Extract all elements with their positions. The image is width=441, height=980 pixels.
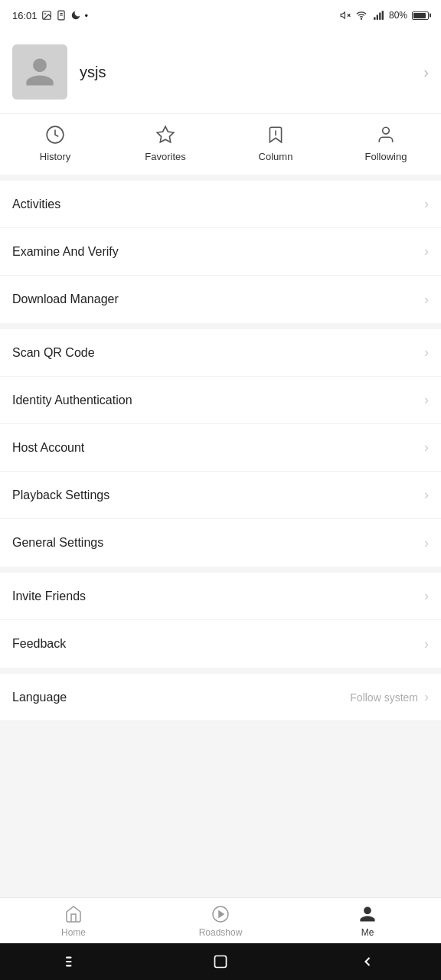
moon-icon bbox=[70, 10, 81, 21]
chevron-right-icon: › bbox=[424, 487, 429, 503]
signal-icon bbox=[372, 10, 384, 21]
chevron-right-icon: › bbox=[424, 243, 429, 260]
sim-icon bbox=[56, 10, 67, 21]
menu-download[interactable]: Download Manager › bbox=[0, 276, 441, 323]
status-time: 16:01 • bbox=[12, 10, 88, 21]
chevron-right-icon: › bbox=[424, 689, 429, 705]
nav-column-label: Column bbox=[259, 151, 293, 162]
chevron-right-icon: › bbox=[424, 196, 429, 212]
username: ysjs bbox=[80, 64, 423, 81]
android-menu-button[interactable] bbox=[58, 946, 89, 977]
me-icon bbox=[358, 904, 377, 924]
android-nav-bar bbox=[0, 943, 441, 980]
nav-history[interactable]: History bbox=[0, 123, 110, 162]
android-home-button[interactable] bbox=[205, 946, 236, 977]
bottom-nav-me-label: Me bbox=[361, 927, 374, 938]
svg-marker-18 bbox=[219, 911, 224, 917]
chevron-right-icon: › bbox=[424, 392, 429, 408]
nav-column[interactable]: Column bbox=[220, 123, 331, 162]
home-icon bbox=[64, 904, 83, 924]
menu-group-3: Invite Friends › Feedback › bbox=[0, 573, 441, 668]
chevron-right-icon: › bbox=[424, 439, 429, 456]
avatar bbox=[12, 44, 67, 100]
quick-nav: History Favorites Column Following bbox=[0, 114, 441, 181]
bottom-nav-home[interactable]: Home bbox=[0, 904, 147, 938]
chevron-right-icon: › bbox=[424, 535, 429, 551]
status-icons: 80% bbox=[340, 10, 429, 21]
menu-activities[interactable]: Activities › bbox=[0, 181, 441, 228]
mute-icon bbox=[340, 10, 351, 21]
language-right: Follow system › bbox=[350, 689, 429, 705]
svg-point-1 bbox=[44, 13, 46, 15]
menu-examine[interactable]: Examine And Verify › bbox=[0, 228, 441, 276]
menu-feedback[interactable]: Feedback › bbox=[0, 620, 441, 668]
android-back-button[interactable] bbox=[352, 946, 383, 977]
menu-identity[interactable]: Identity Authentication › bbox=[0, 377, 441, 424]
chevron-right-icon: › bbox=[424, 292, 429, 308]
wifi-icon bbox=[355, 10, 368, 21]
menu-general[interactable]: General Settings › bbox=[0, 519, 441, 567]
menu-playback[interactable]: Playback Settings › bbox=[0, 472, 441, 519]
roadshow-icon bbox=[211, 904, 230, 924]
chevron-right-icon: › bbox=[424, 636, 429, 652]
bookmark-icon bbox=[264, 123, 287, 146]
menu-host-account[interactable]: Host Account › bbox=[0, 424, 441, 472]
svg-marker-14 bbox=[157, 126, 174, 142]
nav-favorites-label: Favorites bbox=[145, 151, 185, 162]
profile-chevron-icon: › bbox=[423, 64, 429, 81]
content-scroll: Activities › Examine And Verify › Downlo… bbox=[0, 181, 441, 980]
chevron-right-icon: › bbox=[424, 345, 429, 361]
bottom-nav-home-label: Home bbox=[61, 927, 86, 938]
svg-marker-5 bbox=[341, 12, 345, 18]
menu-group-language: Language Follow system › bbox=[0, 674, 441, 721]
menu-group-2: Scan QR Code › Identity Authentication ›… bbox=[0, 329, 441, 567]
nav-favorites[interactable]: Favorites bbox=[110, 123, 220, 162]
profile-section[interactable]: ysjs › bbox=[0, 31, 441, 114]
bottom-nav-roadshow[interactable]: Roadshow bbox=[147, 904, 294, 938]
bottom-nav-me[interactable]: Me bbox=[294, 904, 441, 938]
nav-following-label: Following bbox=[365, 151, 407, 162]
battery-icon bbox=[412, 11, 429, 20]
svg-rect-12 bbox=[382, 11, 384, 20]
menu-invite[interactable]: Invite Friends › bbox=[0, 573, 441, 620]
nav-history-label: History bbox=[40, 151, 70, 162]
svg-rect-9 bbox=[374, 17, 375, 20]
nav-following[interactable]: Following bbox=[331, 123, 441, 162]
svg-point-16 bbox=[383, 127, 390, 134]
svg-point-8 bbox=[361, 18, 361, 19]
svg-rect-22 bbox=[215, 956, 227, 968]
bottom-nav-roadshow-label: Roadshow bbox=[199, 927, 243, 938]
chevron-right-icon: › bbox=[424, 588, 429, 604]
status-bar: 16:01 • 80% bbox=[0, 0, 441, 31]
person-icon bbox=[374, 123, 397, 146]
menu-language[interactable]: Language Follow system › bbox=[0, 674, 441, 721]
clock-icon bbox=[44, 123, 67, 146]
svg-rect-10 bbox=[377, 15, 378, 19]
photo-icon bbox=[41, 10, 52, 21]
avatar-icon bbox=[23, 55, 57, 89]
menu-scan-qr[interactable]: Scan QR Code › bbox=[0, 329, 441, 377]
star-icon bbox=[154, 123, 177, 146]
svg-rect-11 bbox=[379, 13, 381, 20]
bottom-nav: Home Roadshow Me bbox=[0, 897, 441, 943]
menu-group-1: Activities › Examine And Verify › Downlo… bbox=[0, 181, 441, 323]
